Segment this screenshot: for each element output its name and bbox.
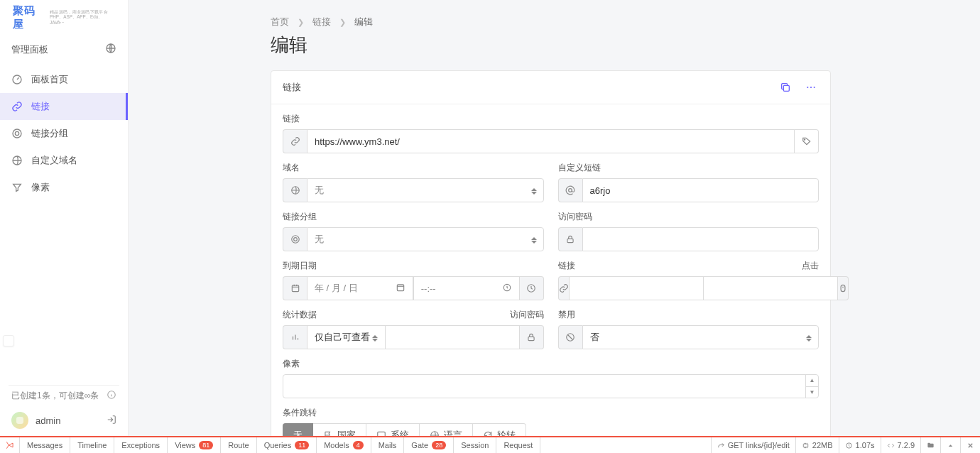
usage-text: 已创建1条，可创建∞条 [11,390,99,402]
code-icon [887,442,895,449]
svg-point-3 [15,131,18,135]
svg-rect-25 [803,444,807,447]
db-tab-session[interactable]: Session [454,437,496,453]
info-icon[interactable] [107,390,116,402]
memory-icon [802,442,810,449]
db-tab-exceptions[interactable]: Exceptions [114,437,168,453]
db-tab-request[interactable]: Request [496,437,540,453]
badge: 11 [295,441,309,450]
nav-label: 链接分组 [31,127,68,140]
user-name: admin [36,415,60,426]
label-domain: 域名 [283,162,544,174]
brand-title: 聚码屋 [13,4,44,31]
copy-icon[interactable] [778,80,793,95]
close-icon [967,442,974,449]
crumb-home[interactable]: 首页 [271,16,289,28]
seg-none[interactable]: 无 [283,423,313,436]
svg-rect-6 [783,85,789,91]
user-menu[interactable]: admin [9,406,119,430]
db-memory[interactable]: 22MB [795,437,839,453]
db-tab-mails[interactable]: Mails [371,437,405,453]
svg-point-2 [13,129,21,138]
seg-rotate[interactable]: 轮转 [473,423,526,436]
label-stats-pw: 访问密码 [510,309,544,321]
sidebar: 聚码屋 精品源码，商业源码下载平台 PHP、ASP、APP、Edu、JAVA··… [0,0,129,436]
seg-system[interactable]: 系统 [366,423,420,436]
db-time[interactable]: 1.07s [839,437,881,453]
password-input[interactable] [582,227,820,251]
group-select[interactable]: 无 [307,227,544,251]
flag-icon [323,430,333,436]
laravel-icon[interactable] [0,437,20,453]
click-link-input[interactable] [569,276,704,300]
label-password: 访问密码 [558,211,820,223]
db-close[interactable] [960,437,980,453]
nav-item-domains[interactable]: 自定义域名 [0,147,128,174]
time-input[interactable]: --:-- [413,276,520,300]
target-icon [283,227,307,251]
spin-down-icon[interactable]: ▼ [806,387,818,398]
clock-icon [520,276,544,300]
db-collapse[interactable] [940,437,960,453]
sidebar-collapse-toggle[interactable] [3,335,14,346]
badge: 4 [353,441,364,450]
more-icon[interactable] [803,80,819,95]
db-tab-queries[interactable]: Queries11 [257,437,317,453]
pixels-select[interactable]: ▲ ▼ [283,374,819,398]
label-clicks: 点击 [802,260,819,272]
targets-segmented: 无 国家 系统 语言 轮转 [283,423,819,436]
crumb-links[interactable]: 链接 [312,16,331,28]
date-input[interactable]: 年 / 月 / 日 [307,276,413,300]
db-tab-views[interactable]: Views81 [168,437,221,453]
label-alias: 自定义短链 [558,162,820,174]
filter-icon [11,182,23,193]
nav: 面板首页 链接 链接分组 自定义域名 像素 [0,66,128,378]
mouse-icon [838,276,849,300]
link-input[interactable] [307,129,795,153]
refresh-icon [483,430,493,436]
db-tab-timeline[interactable]: Timeline [70,437,114,453]
desktop-icon [376,430,386,436]
tag-icon[interactable] [795,129,819,153]
svg-rect-21 [528,337,534,340]
brand: 聚码屋 精品源码，商业源码下载平台 PHP、ASP、APP、Edu、JAVA··… [0,0,128,36]
lock-icon [558,227,582,251]
db-tab-models[interactable]: Models4 [317,437,371,453]
crumb-current: 编辑 [354,16,373,28]
label-group: 链接分组 [283,211,544,223]
db-tab-messages[interactable]: Messages [20,437,70,453]
stats-select[interactable]: 仅自己可查看 [307,325,386,349]
label-link: 链接 [283,113,819,125]
stats-password-input[interactable] [386,325,520,349]
panel-header: 管理面板 [0,36,128,66]
click-count-input[interactable] [704,276,838,300]
svg-rect-20 [841,285,845,291]
lock-icon [520,325,544,349]
db-php[interactable]: 7.2.9 [881,437,920,453]
db-tab-gate[interactable]: Gate28 [404,437,454,453]
nav-item-links[interactable]: 链接 [0,93,128,120]
at-icon [558,178,582,202]
badge: 81 [199,441,213,450]
svg-point-8 [810,87,812,88]
domain-select[interactable]: 无 [307,178,544,202]
brand-subtitle-line2: PHP、ASP、APP、Edu、JAVA··· [50,15,111,26]
nav-item-groups[interactable]: 链接分组 [0,120,128,147]
breadcrumb: 首页 ❯ 链接 ❯ 编辑 [271,16,831,28]
dashboard-ext-icon[interactable] [105,43,116,56]
seg-country[interactable]: 国家 [313,423,366,436]
svg-point-9 [814,87,815,88]
svg-point-12 [569,189,572,192]
db-route[interactable]: GET links/{id}/edit [711,437,795,453]
clock-mini-icon [502,283,513,295]
seg-language[interactable]: 语言 [420,423,473,436]
db-folder[interactable] [920,437,940,453]
spin-up-icon[interactable]: ▲ [806,375,818,387]
alias-input[interactable] [582,178,820,202]
debugbar: Messages Timeline Exceptions Views81 Rou… [0,436,980,453]
disabled-select[interactable]: 否 [582,325,820,349]
nav-item-pixels[interactable]: 像素 [0,174,128,201]
db-tab-route[interactable]: Route [221,437,256,453]
svg-point-13 [291,236,299,244]
nav-item-dashboard[interactable]: 面板首页 [0,66,128,93]
